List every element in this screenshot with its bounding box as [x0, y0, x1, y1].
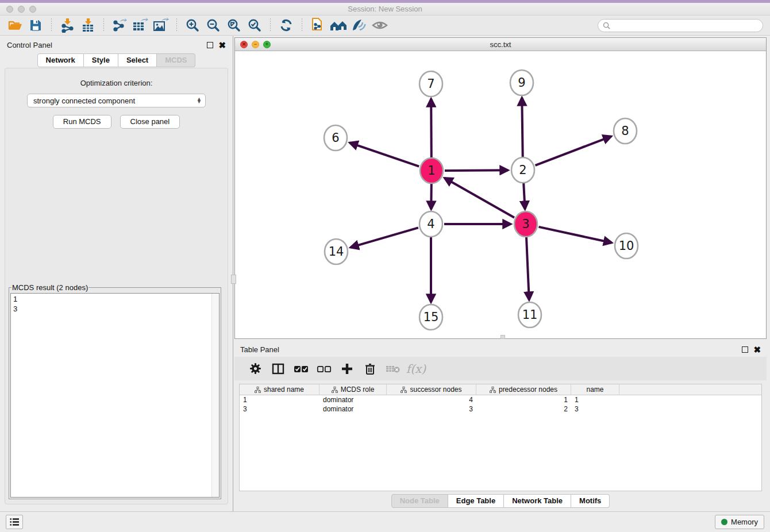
result-scrollbar[interactable]: [211, 294, 219, 497]
select-all-columns-button[interactable]: [290, 360, 313, 378]
network-close-button[interactable]: ✕: [240, 41, 248, 48]
toolbar-separator: [302, 18, 302, 32]
vizmapper-button[interactable]: [349, 17, 369, 34]
graph-node-7[interactable]: 7: [419, 71, 442, 97]
export-image-button[interactable]: [151, 17, 171, 34]
apply-layout-button[interactable]: [276, 17, 297, 34]
table-tab-motifs[interactable]: Motifs: [571, 494, 610, 508]
table-panel-title: Table Panel: [240, 345, 279, 354]
column-header-name[interactable]: name: [571, 384, 619, 395]
memory-button[interactable]: Memory: [715, 515, 764, 529]
import-network-button[interactable]: [57, 17, 78, 34]
graph-node-4[interactable]: 4: [419, 211, 442, 237]
table-cell[interactable]: 3: [571, 405, 619, 413]
run-mcds-button[interactable]: Run MCDS: [53, 115, 111, 129]
tab-style[interactable]: Style: [84, 53, 118, 67]
table-body: 1dominator4113dominator323: [240, 395, 761, 414]
delete-table-button[interactable]: [382, 360, 405, 378]
graph-node-14[interactable]: 14: [325, 239, 348, 264]
edge-4-14[interactable]: [351, 228, 418, 247]
network-window-controls: ✕ − +: [240, 41, 271, 48]
table-cell[interactable]: 3: [240, 405, 319, 413]
network-home-button[interactable]: [328, 17, 349, 34]
export-network-button[interactable]: [109, 17, 130, 34]
zoom-fit-button[interactable]: [224, 17, 244, 34]
tab-select[interactable]: Select: [118, 53, 157, 67]
export-network-icon: [112, 18, 127, 33]
graph-node-8[interactable]: 8: [614, 118, 637, 144]
style-brush-icon: [351, 18, 367, 33]
tab-network[interactable]: Network: [37, 53, 84, 67]
float-table-panel-button[interactable]: [742, 346, 748, 353]
edge-2-3[interactable]: [523, 183, 525, 209]
edge-2-8[interactable]: [536, 136, 611, 165]
criterion-select[interactable]: strongly connected component ▲▼: [27, 94, 206, 107]
graph-node-1[interactable]: 1: [420, 158, 443, 183]
show-columns-button[interactable]: [267, 360, 290, 378]
zoom-out-icon: [206, 18, 221, 33]
search-input[interactable]: [613, 21, 758, 29]
export-table-button[interactable]: [130, 17, 151, 34]
table-cell[interactable]: 1: [571, 396, 619, 404]
unselect-all-columns-button[interactable]: [313, 360, 336, 378]
mcds-result-area[interactable]: 1 3: [10, 293, 220, 498]
zoom-in-button[interactable]: [182, 17, 203, 34]
edge-1-4[interactable]: [431, 184, 432, 209]
close-table-panel-button[interactable]: ✖: [753, 346, 761, 353]
table-cell[interactable]: 3: [387, 405, 476, 413]
show-graphics-details-button[interactable]: [369, 17, 390, 34]
panel-splitter-grip[interactable]: [231, 275, 236, 284]
graph-node-6[interactable]: 6: [324, 125, 347, 151]
edge-1-7[interactable]: [431, 99, 432, 157]
table-options-button[interactable]: [244, 360, 267, 378]
table-tab-network-table[interactable]: Network Table: [504, 494, 571, 508]
column-header-successor-nodes[interactable]: successor nodes: [387, 384, 476, 395]
table-cell[interactable]: dominator: [319, 405, 387, 413]
canvas-splitter-grip[interactable]: [500, 335, 505, 339]
table-cell[interactable]: 1: [476, 396, 571, 404]
table-cell[interactable]: 1: [240, 396, 319, 404]
edge-1-2[interactable]: [445, 170, 508, 171]
memory-status-icon: [721, 519, 727, 525]
delete-columns-button[interactable]: [359, 360, 382, 378]
edge-3-11[interactable]: [526, 237, 529, 300]
network-graph[interactable]: 1234678910111415: [235, 51, 766, 338]
edge-3-10[interactable]: [539, 227, 612, 243]
edge-2-9[interactable]: [522, 98, 522, 157]
zoom-selected-button[interactable]: [244, 17, 265, 34]
table-cell[interactable]: 4: [387, 396, 476, 404]
table-cell[interactable]: 2: [476, 405, 571, 413]
graph-node-15[interactable]: 15: [419, 304, 442, 330]
search-box[interactable]: [598, 19, 763, 32]
float-panel-button[interactable]: [207, 42, 213, 48]
graph-node-10[interactable]: 10: [615, 233, 638, 259]
column-header-shared-name[interactable]: shared name: [240, 384, 319, 395]
close-panel-button-inner[interactable]: Close panel: [120, 115, 180, 129]
table-cell[interactable]: dominator: [319, 396, 387, 404]
column-header-predecessor-nodes[interactable]: predecessor nodes: [476, 384, 571, 395]
plus-icon: [341, 363, 353, 375]
edge-3-1[interactable]: [445, 178, 514, 218]
zoom-out-button[interactable]: [203, 17, 224, 34]
tab-mcds[interactable]: MCDS: [157, 53, 195, 67]
close-panel-button[interactable]: ✖: [218, 42, 226, 48]
task-history-button[interactable]: [6, 515, 23, 529]
network-canvas[interactable]: 1234678910111415: [235, 51, 766, 338]
table-tab-node-table[interactable]: Node Table: [391, 494, 448, 508]
apply-function-button[interactable]: f(x): [405, 360, 428, 378]
graph-node-2[interactable]: 2: [511, 157, 534, 183]
open-session-button[interactable]: [5, 17, 25, 34]
network-maximize-button[interactable]: +: [263, 41, 271, 48]
graph-node-11[interactable]: 11: [518, 302, 541, 327]
edge-1-6[interactable]: [350, 142, 419, 166]
graph-node-9[interactable]: 9: [510, 70, 533, 95]
save-session-button[interactable]: [25, 17, 46, 34]
import-table-button[interactable]: [78, 17, 98, 34]
graph-node-3[interactable]: 3: [514, 211, 537, 237]
eye-icon: [371, 19, 388, 32]
copy-network-view-button[interactable]: [307, 17, 328, 34]
table-tab-edge-table[interactable]: Edge Table: [448, 494, 504, 508]
add-column-button[interactable]: [336, 360, 359, 378]
column-header-MCDS-role[interactable]: MCDS role: [319, 384, 387, 395]
network-minimize-button[interactable]: −: [252, 41, 259, 48]
